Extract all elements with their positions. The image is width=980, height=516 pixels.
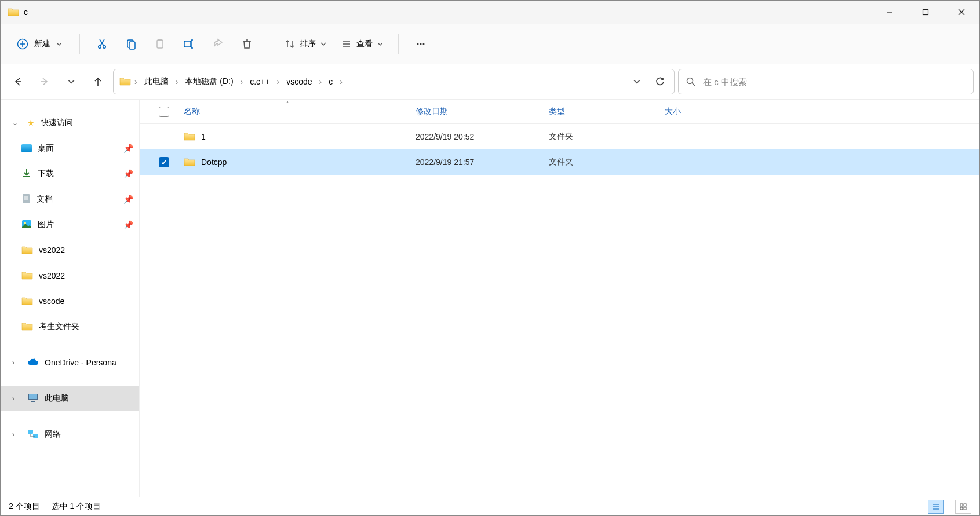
status-bar: 2 个项目 选中 1 个项目 (1, 497, 979, 515)
breadcrumb-item[interactable]: 本地磁盘 (D:) (181, 74, 236, 89)
breadcrumb-item[interactable]: c.c++ (246, 75, 273, 89)
search-box[interactable] (678, 69, 974, 94)
sidebar-item-folder[interactable]: vs2022 (1, 237, 139, 263)
search-icon (686, 76, 696, 87)
select-all-checkbox[interactable] (152, 107, 176, 117)
sort-button[interactable]: 排序 (279, 34, 332, 54)
body: ⌄ ★ 快速访问 桌面 📌 下载 📌 文档 📌 图片 (1, 99, 979, 497)
share-button[interactable] (205, 31, 231, 57)
sidebar-label: 此电脑 (45, 393, 133, 404)
star-icon: ★ (27, 118, 35, 127)
pin-icon: 📌 (123, 144, 133, 153)
svg-line-9 (100, 39, 104, 46)
breadcrumb-item[interactable]: vscode (283, 75, 315, 89)
rename-button[interactable] (176, 31, 202, 57)
sidebar-label: vs2022 (39, 271, 133, 280)
folder-icon (21, 296, 33, 307)
recent-button[interactable] (60, 70, 83, 93)
titlebar[interactable]: c (1, 1, 979, 24)
back-button[interactable] (6, 70, 30, 93)
forward-button[interactable] (33, 70, 56, 93)
file-date: 2022/9/19 21:57 (407, 158, 541, 167)
copy-button[interactable] (118, 31, 144, 57)
refresh-button[interactable] (650, 71, 671, 92)
file-type: 文件夹 (541, 131, 657, 142)
history-dropdown-button[interactable] (626, 71, 647, 92)
new-button[interactable]: 新建 (9, 34, 70, 54)
file-date: 2022/9/19 20:52 (407, 132, 541, 141)
sidebar-label: 图片 (38, 219, 118, 230)
file-row[interactable]: 1 2022/9/19 20:52 文件夹 (140, 124, 979, 149)
sidebar-item-folder[interactable]: 考生文件夹 (1, 314, 139, 339)
folder-icon (184, 131, 195, 142)
sidebar-item-downloads[interactable]: 下载 📌 (1, 161, 139, 186)
sidebar-quick-access[interactable]: ⌄ ★ 快速访问 (1, 110, 139, 136)
sidebar-label: 快速访问 (41, 118, 133, 128)
sidebar-network[interactable]: › 网络 (1, 422, 139, 447)
status-selected-count: 选中 1 个项目 (52, 502, 101, 512)
sidebar: ⌄ ★ 快速访问 桌面 📌 下载 📌 文档 📌 图片 (1, 100, 140, 497)
monitor-icon (27, 393, 39, 404)
toolbar: 新建 排序 查看 (1, 24, 979, 64)
folder-icon (21, 270, 33, 281)
chevron-right-icon: › (12, 394, 21, 402)
row-checkbox[interactable] (152, 131, 176, 142)
column-name[interactable]: 名称 ˄ (176, 107, 407, 117)
breadcrumb-item[interactable]: 此电脑 (141, 74, 172, 89)
minimize-button[interactable] (872, 1, 908, 24)
column-size[interactable]: 大小 (657, 107, 726, 117)
svg-rect-15 (184, 41, 191, 47)
sidebar-this-pc[interactable]: › 此电脑 (1, 386, 139, 411)
sidebar-item-pictures[interactable]: 图片 📌 (1, 212, 139, 237)
cloud-icon (27, 358, 39, 368)
chevron-right-icon: › (133, 77, 139, 86)
svg-rect-13 (157, 40, 163, 48)
sort-asc-icon: ˄ (286, 101, 289, 109)
sidebar-onedrive[interactable]: › OneDrive - Persona (1, 350, 139, 375)
sidebar-label: 考生文件夹 (39, 321, 133, 332)
delete-button[interactable] (234, 31, 260, 57)
sidebar-label: 文档 (37, 194, 118, 204)
close-button[interactable] (943, 1, 979, 24)
column-headers: 名称 ˄ 修改日期 类型 大小 (140, 100, 979, 124)
sidebar-label: 桌面 (38, 143, 118, 153)
sidebar-item-folder[interactable]: vscode (1, 288, 139, 314)
file-name: Dotcpp (201, 158, 227, 167)
address-bar[interactable]: › 此电脑 › 本地磁盘 (D:) › c.c++ › vscode › c › (113, 69, 675, 94)
breadcrumb-item[interactable]: c (325, 75, 336, 89)
chevron-right-icon: › (338, 77, 344, 86)
pin-icon: 📌 (123, 195, 133, 204)
explorer-window: c 新建 (0, 0, 980, 516)
search-input[interactable] (703, 77, 966, 87)
sidebar-item-folder[interactable]: vs2022 (1, 263, 139, 288)
svg-point-27 (420, 43, 422, 45)
address-row: › 此电脑 › 本地磁盘 (D:) › c.c++ › vscode › c › (1, 64, 979, 99)
document-icon (21, 193, 31, 206)
svg-point-32 (687, 78, 693, 84)
chevron-down-icon: ⌄ (12, 119, 21, 127)
view-button[interactable]: 查看 (336, 34, 389, 54)
folder-icon (184, 157, 195, 168)
cut-button[interactable] (89, 31, 115, 57)
up-button[interactable] (86, 70, 110, 93)
svg-rect-44 (28, 430, 33, 434)
svg-point-28 (423, 43, 425, 45)
svg-point-8 (103, 45, 106, 48)
chevron-right-icon: › (275, 77, 280, 86)
sidebar-item-documents[interactable]: 文档 📌 (1, 186, 139, 212)
chevron-down-icon (56, 41, 62, 47)
column-date[interactable]: 修改日期 (407, 107, 541, 117)
svg-point-40 (24, 222, 26, 224)
maximize-button[interactable] (908, 1, 943, 24)
chevron-down-icon (377, 41, 383, 47)
row-checkbox[interactable] (152, 157, 176, 167)
icons-view-button[interactable] (955, 500, 971, 514)
more-button[interactable] (408, 31, 433, 57)
column-type[interactable]: 类型 (541, 107, 657, 117)
sidebar-item-desktop[interactable]: 桌面 📌 (1, 136, 139, 161)
file-row[interactable]: Dotcpp 2022/9/19 21:57 文件夹 (140, 149, 979, 175)
details-view-button[interactable] (928, 500, 944, 514)
paste-button[interactable] (147, 31, 173, 57)
file-name-cell: 1 (176, 131, 407, 142)
svg-point-7 (99, 45, 101, 48)
